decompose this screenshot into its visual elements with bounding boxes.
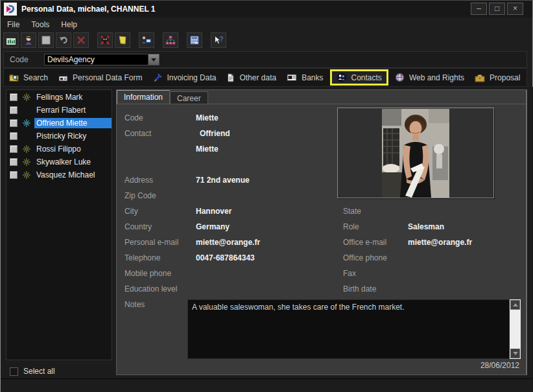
menu-help[interactable]: Help [61, 20, 77, 29]
maximize-button[interactable]: □ [489, 3, 505, 15]
code-bar: Code DevilsAgency [3, 51, 527, 68]
tab-contacts[interactable]: Contacts [330, 69, 388, 86]
briefcase-icon [475, 73, 485, 82]
contact-photo [337, 108, 494, 198]
close-button[interactable]: × [507, 3, 523, 15]
tab-search[interactable]: Search [4, 71, 53, 85]
detail-tabs: Information Career [117, 90, 208, 104]
notes-section: A valuable saleswoman, she takes care of… [187, 299, 521, 359]
tab-divider [117, 104, 526, 104]
user-computer-icon[interactable] [139, 32, 154, 48]
toolbar: ? [3, 32, 228, 49]
row-checkbox[interactable] [10, 119, 18, 127]
menu-bar: File Tools Help [1, 17, 532, 32]
contacts-people-icon [337, 73, 347, 82]
person-icon[interactable] [21, 32, 36, 48]
help-pointer-icon[interactable]: ? [211, 32, 226, 48]
nav-tab-strip: Search Personal Data Form Invoicing Data… [3, 68, 527, 87]
row-checkbox[interactable] [10, 158, 18, 166]
list-item-selected[interactable]: Offriend Miette [6, 117, 112, 129]
list-item[interactable]: Pistricky Ricky [6, 130, 112, 142]
code-combobox-value: DevilsAgency [45, 55, 148, 64]
window-title: Personal Data, michael, CHANNEL 1 [21, 5, 156, 14]
blank-icon[interactable] [38, 32, 54, 48]
row-checkbox[interactable] [10, 145, 18, 153]
org-chart-icon[interactable] [163, 32, 178, 48]
globe-icon [395, 73, 405, 82]
tab-web-and-rights[interactable]: Web and Rights [390, 70, 469, 85]
tab-personal-data-form[interactable]: Personal Data Form [53, 71, 147, 85]
svg-text:?: ? [220, 36, 224, 43]
select-all-checkbox[interactable] [10, 367, 18, 376]
people-sparkle-icon [22, 157, 31, 167]
select-all-row: Select all [6, 364, 112, 378]
chevron-down-icon [151, 58, 156, 62]
content-area: Fellings Mark Ferrari Flabert Offriend M… [1, 87, 533, 392]
people-sparkle-icon [22, 170, 31, 179]
row-checkbox[interactable] [10, 132, 18, 140]
list-item[interactable]: Skywalker Luke [6, 156, 112, 168]
menu-tools[interactable]: Tools [31, 20, 49, 29]
scroll-up-icon[interactable] [510, 300, 520, 310]
calculator-icon[interactable] [187, 32, 202, 48]
code-label: Code [10, 55, 44, 64]
tab-career[interactable]: Career [170, 91, 208, 104]
note-icon[interactable] [115, 32, 130, 48]
scroll-down-icon[interactable] [510, 349, 520, 358]
undo-icon[interactable] [56, 32, 71, 48]
list-item[interactable]: Vasquez Michael [6, 169, 112, 181]
minimize-button[interactable]: – [471, 3, 487, 15]
row-checkbox[interactable] [10, 93, 18, 101]
search-folder-icon [9, 73, 19, 82]
tab-invoicing-data[interactable]: Invoicing Data [147, 71, 221, 85]
row-checkbox[interactable] [10, 106, 18, 114]
app-window: Personal Data, michael, CHANNEL 1 – □ × … [0, 0, 533, 392]
delete-x-icon[interactable] [73, 32, 89, 48]
record-date: 28/06/2012 [480, 361, 519, 370]
notes-scrollbar[interactable] [510, 299, 521, 359]
menu-file[interactable]: File [7, 20, 19, 29]
skull-delete-icon[interactable] [97, 32, 113, 48]
tab-information[interactable]: Information [117, 90, 170, 104]
people-sparkle-icon [22, 144, 31, 154]
tab-banks[interactable]: Banks [281, 71, 328, 85]
title-bar: Personal Data, michael, CHANNEL 1 – □ × [1, 1, 532, 17]
notes-textarea[interactable]: A valuable saleswoman, she takes care of… [187, 299, 510, 359]
combo-dropdown-button[interactable] [148, 54, 159, 65]
stats-building-icon[interactable] [3, 32, 19, 48]
form-icon [58, 73, 68, 82]
document-icon [226, 73, 235, 82]
row-checkbox[interactable] [10, 171, 18, 179]
contact-list: Fellings Mark Ferrari Flabert Offriend M… [6, 89, 112, 360]
select-all-label: Select all [23, 367, 55, 376]
list-item[interactable]: Rossi Filippo [6, 143, 112, 155]
bank-card-icon [287, 73, 297, 82]
list-item[interactable]: Fellings Mark [6, 91, 112, 103]
detail-panel: Information Career CodeMiette ContactOff… [116, 89, 527, 375]
code-combobox[interactable]: DevilsAgency [44, 54, 160, 65]
people-sparkle-icon [22, 119, 31, 128]
list-item[interactable]: Ferrari Flabert [6, 104, 112, 116]
tab-other-data[interactable]: Other data [221, 71, 281, 85]
tab-proposal[interactable]: Proposal [469, 71, 525, 85]
pen-icon [152, 73, 162, 82]
app-logo-icon [4, 3, 17, 16]
people-sparkle-icon [22, 93, 31, 102]
